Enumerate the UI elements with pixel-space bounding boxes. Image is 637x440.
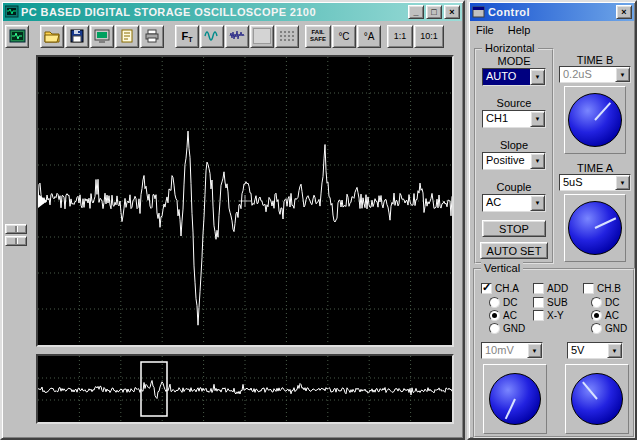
noise-wave-button[interactable] xyxy=(225,25,249,48)
desktop: PC BASED DIGITAL STORAGE OSCILLOSCOPE 21… xyxy=(0,0,637,440)
open-button[interactable] xyxy=(40,25,64,48)
ch-a-gnd-radio[interactable]: GND xyxy=(489,322,525,334)
radio-circle xyxy=(489,323,500,334)
oscilloscope-app-icon xyxy=(5,5,19,19)
fail-safe-label-1: FAIL xyxy=(312,29,325,36)
run-button[interactable] xyxy=(5,25,29,48)
chevron-down-icon[interactable] xyxy=(530,195,545,211)
checkbox-box xyxy=(481,283,492,294)
sine-wave-button[interactable] xyxy=(200,25,224,48)
notes-button[interactable] xyxy=(115,25,139,48)
checkbox-box xyxy=(583,283,594,294)
main-window-title: PC BASED DIGITAL STORAGE OSCILLOSCOPE 21… xyxy=(21,6,406,18)
fail-safe-button[interactable]: FAIL SAFE xyxy=(305,25,331,48)
slope-label: Slope xyxy=(476,139,552,151)
control-window-title: Control xyxy=(488,6,614,18)
control-close-button[interactable]: × xyxy=(616,5,632,19)
ch-a-knob[interactable] xyxy=(489,373,541,425)
ch-a-range-select[interactable]: 10mV xyxy=(481,342,543,359)
maximize-button[interactable]: □ xyxy=(426,5,442,19)
fft-button[interactable]: FT xyxy=(175,25,199,48)
time-a-knob[interactable] xyxy=(568,201,622,255)
time-a-select[interactable]: 5uS xyxy=(559,174,631,191)
close-button[interactable]: × xyxy=(444,5,460,19)
chevron-down-icon[interactable] xyxy=(615,175,630,190)
stop-button[interactable]: STOP xyxy=(482,220,546,237)
couple-value: AC xyxy=(483,195,530,211)
chevron-down-icon[interactable] xyxy=(530,153,545,169)
ch-a-checkbox[interactable]: CH.A xyxy=(481,282,519,294)
capture-screen-button[interactable] xyxy=(90,25,114,48)
mode-value: AUTO xyxy=(483,69,530,85)
ch-b-range-value: 5V xyxy=(568,343,607,358)
probe-10-1-button[interactable]: 10:1 xyxy=(414,25,444,48)
probe-1-1-button[interactable]: 1:1 xyxy=(387,25,413,48)
ch-b-range-select[interactable]: 5V xyxy=(567,342,623,359)
blank-button[interactable] xyxy=(250,25,274,48)
print-button[interactable] xyxy=(140,25,164,48)
chevron-down-icon[interactable] xyxy=(607,343,622,358)
source-select[interactable]: CH1 xyxy=(482,110,546,128)
sub-checkbox[interactable]: SUB xyxy=(533,296,568,308)
position-slider-b[interactable] xyxy=(5,236,27,246)
time-b-knob-pointer xyxy=(594,102,611,120)
ch-a-knob-bed xyxy=(483,364,547,434)
main-scope-display[interactable] xyxy=(38,57,452,345)
main-titlebar[interactable]: PC BASED DIGITAL STORAGE OSCILLOSCOPE 21… xyxy=(3,3,462,21)
oscilloscope-window: PC BASED DIGITAL STORAGE OSCILLOSCOPE 21… xyxy=(0,0,465,440)
fail-safe-label-2: SAFE xyxy=(310,36,326,43)
ch-a-ac-label: AC xyxy=(503,310,517,321)
time-a-knob-pointer xyxy=(595,217,617,229)
ch-a-dc-radio[interactable]: DC xyxy=(489,296,517,308)
ch-b-ac-radio[interactable]: AC xyxy=(591,309,619,321)
time-b-knob-bed xyxy=(564,86,626,154)
ch-b-knob-bed xyxy=(565,364,629,434)
chevron-down-icon[interactable] xyxy=(615,67,630,82)
ch-b-dc-label: DC xyxy=(605,297,619,308)
xy-checkbox[interactable]: X-Y xyxy=(533,309,564,321)
couple-select[interactable]: AC xyxy=(482,194,546,212)
chevron-down-icon[interactable] xyxy=(530,69,545,85)
source-label: Source xyxy=(476,97,552,109)
slope-select[interactable]: Positive xyxy=(482,152,546,170)
ampere-button[interactable]: °A xyxy=(357,25,381,48)
ch-a-ac-radio[interactable]: AC xyxy=(489,309,517,321)
ch-b-dc-radio[interactable]: DC xyxy=(591,296,619,308)
checkbox-box xyxy=(533,283,544,294)
minimize-button[interactable]: _ xyxy=(408,5,424,19)
ch-b-ac-label: AC xyxy=(605,310,619,321)
ch-a-gnd-label: GND xyxy=(503,323,525,334)
mode-select[interactable]: AUTO xyxy=(482,68,546,86)
position-slider-a[interactable] xyxy=(5,224,27,234)
ch-b-gnd-radio[interactable]: GND xyxy=(591,322,627,334)
couple-label: Couple xyxy=(476,181,552,193)
ch-a-dc-label: DC xyxy=(503,297,517,308)
ch-b-knob[interactable] xyxy=(571,373,623,425)
celsius-button[interactable]: °C xyxy=(332,25,356,48)
ch-b-checkbox[interactable]: CH.B xyxy=(583,282,621,294)
save-button[interactable] xyxy=(65,25,89,48)
sub-label: SUB xyxy=(547,297,568,308)
overview-scope-display[interactable] xyxy=(38,356,452,422)
time-a-label: TIME A xyxy=(557,162,633,174)
menu-help[interactable]: Help xyxy=(502,23,539,37)
main-toolbar: FT FAIL SAFE °C °A 1:1 10:1 xyxy=(5,23,445,49)
time-b-select[interactable]: 0.2uS xyxy=(559,66,631,83)
chevron-down-icon[interactable] xyxy=(530,111,545,127)
add-checkbox[interactable]: ADD xyxy=(533,282,568,294)
source-value: CH1 xyxy=(483,111,530,127)
toolbar-separator xyxy=(30,23,40,49)
chevron-down-icon[interactable] xyxy=(527,343,542,358)
control-window: Control × File Help Horizontal MODE AUTO… xyxy=(467,0,637,440)
control-menubar: File Help xyxy=(470,22,634,38)
dotted-lines-button[interactable] xyxy=(275,25,299,48)
slope-value: Positive xyxy=(483,153,530,169)
auto-set-button[interactable]: AUTO SET xyxy=(480,242,548,259)
checkbox-box xyxy=(533,297,544,308)
control-titlebar[interactable]: Control × xyxy=(470,3,634,21)
time-b-knob[interactable] xyxy=(568,93,622,147)
fft-sub-label: T xyxy=(188,36,192,43)
time-b-label: TIME B xyxy=(557,54,633,66)
menu-file[interactable]: File xyxy=(470,23,502,37)
horizontal-group: Horizontal MODE AUTO Source CH1 Slope Po… xyxy=(474,48,554,264)
